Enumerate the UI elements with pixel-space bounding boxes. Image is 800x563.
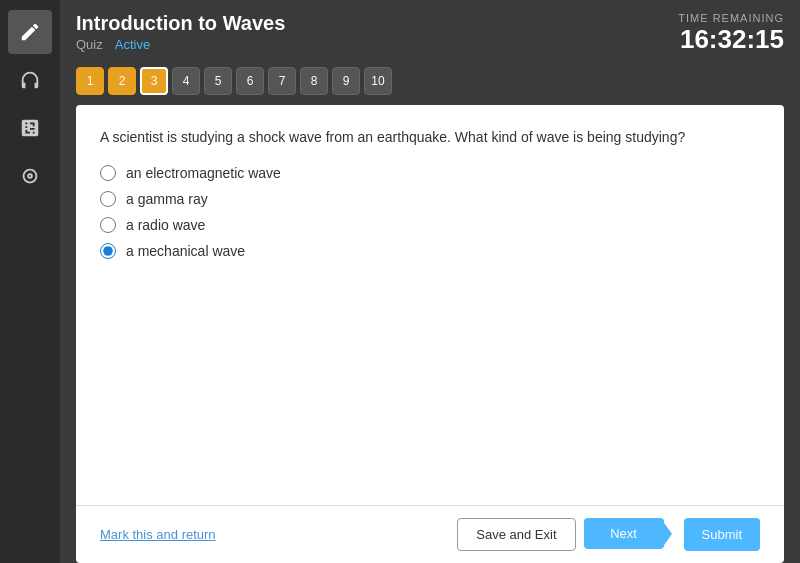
header: Introduction to Waves Quiz Active TIME R… (60, 0, 800, 63)
sidebar (0, 0, 60, 563)
main-content: Introduction to Waves Quiz Active TIME R… (60, 0, 800, 563)
timer-block: TIME REMAINING 16:32:15 (678, 12, 784, 55)
question-nav-btn-6[interactable]: 6 (236, 67, 264, 95)
answer-label-4: a mechanical wave (126, 243, 245, 259)
pencil-icon[interactable] (8, 10, 52, 54)
atom-icon[interactable] (8, 154, 52, 198)
question-nav-btn-2[interactable]: 2 (108, 67, 136, 95)
footer-buttons: Save and Exit Next Submit (457, 518, 760, 551)
quiz-type-label: Quiz (76, 37, 103, 52)
question-nav-btn-5[interactable]: 5 (204, 67, 232, 95)
answer-label-2: a gamma ray (126, 191, 208, 207)
save-exit-button[interactable]: Save and Exit (457, 518, 575, 551)
answer-options: an electromagnetic wavea gamma raya radi… (100, 165, 760, 259)
quiz-box: A scientist is studying a shock wave fro… (76, 105, 784, 563)
header-left: Introduction to Waves Quiz Active (76, 12, 285, 52)
calculator-icon[interactable] (8, 106, 52, 150)
answer-label-1: an electromagnetic wave (126, 165, 281, 181)
question-nav-btn-1[interactable]: 1 (76, 67, 104, 95)
mark-return-button[interactable]: Mark this and return (100, 527, 216, 542)
submit-button[interactable]: Submit (684, 518, 760, 551)
timer-label: TIME REMAINING (678, 12, 784, 24)
answer-option-3[interactable]: a radio wave (100, 217, 760, 233)
timer-value: 16:32:15 (678, 24, 784, 55)
next-button-wrapper: Next (584, 518, 664, 551)
question-nav: 12345678910 (60, 63, 800, 105)
page-title: Introduction to Waves (76, 12, 285, 35)
headphones-icon[interactable] (8, 58, 52, 102)
radio-2[interactable] (100, 191, 116, 207)
question-nav-btn-10[interactable]: 10 (364, 67, 392, 95)
question-nav-btn-7[interactable]: 7 (268, 67, 296, 95)
radio-1[interactable] (100, 165, 116, 181)
question-nav-btn-8[interactable]: 8 (300, 67, 328, 95)
question-nav-btn-4[interactable]: 4 (172, 67, 200, 95)
header-meta: Quiz Active (76, 37, 285, 52)
question-nav-btn-3[interactable]: 3 (140, 67, 168, 95)
question-text: A scientist is studying a shock wave fro… (100, 129, 760, 145)
answer-option-1[interactable]: an electromagnetic wave (100, 165, 760, 181)
answer-label-3: a radio wave (126, 217, 205, 233)
radio-4[interactable] (100, 243, 116, 259)
radio-3[interactable] (100, 217, 116, 233)
quiz-footer: Mark this and return Save and Exit Next … (76, 505, 784, 563)
quiz-status-label: Active (115, 37, 150, 52)
question-nav-btn-9[interactable]: 9 (332, 67, 360, 95)
answer-option-4[interactable]: a mechanical wave (100, 243, 760, 259)
next-button[interactable]: Next (584, 518, 664, 549)
question-area: A scientist is studying a shock wave fro… (76, 105, 784, 505)
answer-option-2[interactable]: a gamma ray (100, 191, 760, 207)
